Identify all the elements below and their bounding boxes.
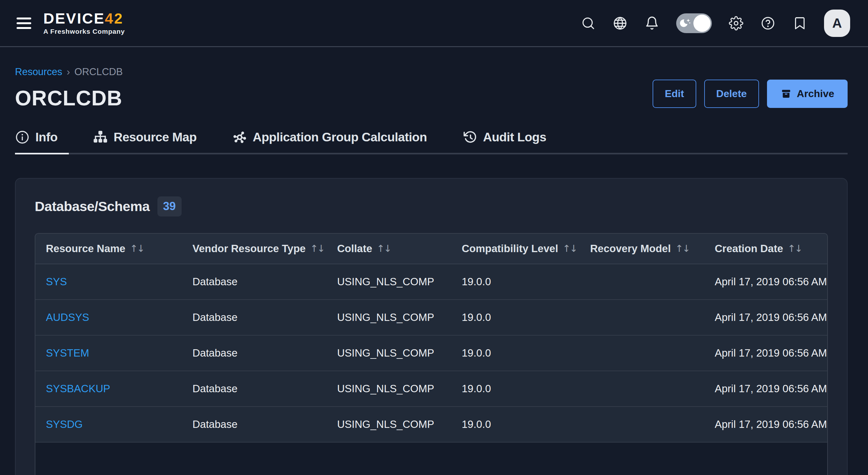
page-header: Resources › ORCLCDB ORCLCDB Edit Delete …	[15, 66, 847, 110]
count-badge: 39	[157, 197, 182, 216]
navbar-actions: A	[581, 9, 850, 37]
tab-audit-logs-label: Audit Logs	[483, 130, 547, 144]
resource-name-link[interactable]: SYSBACKUP	[46, 383, 110, 395]
toggle-knob	[693, 15, 711, 32]
history-icon	[463, 130, 477, 144]
brand-text: DEVICE	[43, 10, 105, 27]
column-header-label: Vendor Resource Type	[192, 243, 306, 255]
next-row-clipped	[35, 443, 827, 475]
resource-name-link[interactable]: SYSDG	[46, 418, 83, 430]
vendor-resource-type-cell: Database	[182, 418, 327, 431]
creation-date-cell: April 17, 2019 06:56 AM	[704, 418, 827, 431]
database-schema-card: Database/Schema 39 Resource Name↑↓ Vendo…	[15, 178, 847, 475]
card-header: Database/Schema 39	[35, 197, 828, 216]
search-icon[interactable]	[581, 15, 596, 31]
column-header-label: Collate	[337, 243, 372, 255]
vendor-resource-type-cell: Database	[182, 347, 327, 359]
table-row: SYSTEM Database USING_NLS_COMP 19.0.0 Ap…	[35, 336, 827, 371]
hamburger-menu-icon[interactable]	[16, 15, 32, 31]
table-row: SYSDG Database USING_NLS_COMP 19.0.0 Apr…	[35, 407, 827, 443]
breadcrumb-separator: ›	[67, 66, 70, 78]
moon-stars-icon	[680, 17, 692, 29]
column-header-recovery-model[interactable]: Recovery Model↑↓	[580, 243, 704, 255]
database-table: Resource Name↑↓ Vendor Resource Type↑↓ C…	[35, 233, 828, 475]
tab-info[interactable]: Info	[15, 130, 69, 155]
column-header-resource-name[interactable]: Resource Name↑↓	[35, 243, 182, 255]
tab-info-label: Info	[35, 130, 57, 144]
column-header-label: Recovery Model	[590, 243, 671, 255]
resource-name-link[interactable]: SYSTEM	[46, 347, 89, 359]
compatibility-level-cell: 19.0.0	[451, 276, 580, 288]
vendor-resource-type-cell: Database	[182, 311, 327, 324]
collate-cell: USING_NLS_COMP	[327, 276, 451, 288]
creation-date-cell: April 17, 2019 06:56 AM	[704, 311, 827, 324]
top-navbar: DEVICE42 A Freshworks Company	[0, 0, 868, 47]
card-title: Database/Schema	[35, 199, 150, 214]
sort-icon[interactable]: ↑↓	[675, 243, 689, 254]
resource-name-link[interactable]: AUDSYS	[46, 311, 89, 323]
vendor-resource-type-cell: Database	[182, 383, 327, 395]
compatibility-level-cell: 19.0.0	[451, 383, 580, 395]
compatibility-level-cell: 19.0.0	[451, 311, 580, 324]
delete-button[interactable]: Delete	[704, 79, 759, 108]
main-content: Resources › ORCLCDB ORCLCDB Edit Delete …	[0, 47, 868, 475]
sort-icon[interactable]: ↑↓	[377, 243, 391, 254]
table-header-row: Resource Name↑↓ Vendor Resource Type↑↓ C…	[35, 234, 827, 264]
collate-cell: USING_NLS_COMP	[327, 383, 451, 395]
breadcrumb-resources-link[interactable]: Resources	[15, 66, 62, 78]
compatibility-level-cell: 19.0.0	[451, 418, 580, 431]
page-title: ORCLCDB	[15, 86, 123, 110]
breadcrumb-current: ORCLCDB	[74, 66, 123, 78]
tab-resource-map-label: Resource Map	[114, 130, 196, 144]
gear-icon[interactable]	[728, 15, 744, 31]
collate-cell: USING_NLS_COMP	[327, 347, 451, 359]
brand-accent-text: 42	[105, 10, 123, 27]
sort-icon[interactable]: ↑↓	[788, 243, 802, 254]
column-header-label: Resource Name	[46, 243, 125, 255]
globe-icon[interactable]	[613, 15, 628, 31]
creation-date-cell: April 17, 2019 06:56 AM	[704, 276, 827, 288]
table-row: SYS Database USING_NLS_COMP 19.0.0 April…	[35, 264, 827, 300]
dark-mode-toggle[interactable]	[676, 13, 712, 33]
column-header-compatibility-level[interactable]: Compatibility Level↑↓	[451, 243, 580, 255]
bell-icon[interactable]	[644, 15, 660, 31]
column-header-collate[interactable]: Collate↑↓	[327, 243, 451, 255]
tab-resource-map[interactable]: Resource Map	[93, 130, 208, 155]
breadcrumb: Resources › ORCLCDB	[15, 66, 123, 78]
archive-button[interactable]: Archive	[767, 79, 847, 108]
cluster-icon	[232, 130, 247, 144]
tab-application-group-calculation[interactable]: Application Group Calculation	[232, 130, 438, 155]
sort-icon[interactable]: ↑↓	[563, 243, 577, 254]
brand-subtitle: A Freshworks Company	[43, 28, 125, 35]
avatar[interactable]: A	[824, 9, 850, 37]
tab-bar: Info Resource Map	[15, 130, 847, 155]
page-actions: Edit Delete Archive	[653, 79, 847, 108]
archive-icon	[780, 88, 792, 100]
column-header-label: Creation Date	[715, 243, 783, 255]
sitemap-icon	[93, 130, 108, 144]
column-header-creation-date[interactable]: Creation Date↑↓	[704, 243, 827, 255]
sort-icon[interactable]: ↑↓	[310, 243, 324, 254]
collate-cell: USING_NLS_COMP	[327, 418, 451, 431]
collate-cell: USING_NLS_COMP	[327, 311, 451, 324]
column-header-label: Compatibility Level	[462, 243, 558, 255]
edit-button[interactable]: Edit	[653, 79, 696, 108]
resource-name-link[interactable]: SYS	[46, 276, 67, 287]
tab-audit-logs[interactable]: Audit Logs	[463, 130, 558, 155]
help-icon[interactable]	[760, 15, 776, 31]
archive-button-label: Archive	[797, 88, 834, 100]
creation-date-cell: April 17, 2019 06:56 AM	[704, 383, 827, 395]
table-row: SYSBACKUP Database USING_NLS_COMP 19.0.0…	[35, 371, 827, 407]
compatibility-level-cell: 19.0.0	[451, 347, 580, 359]
vendor-resource-type-cell: Database	[182, 276, 327, 288]
info-icon	[15, 130, 30, 144]
column-header-vendor-resource-type[interactable]: Vendor Resource Type↑↓	[182, 243, 327, 255]
sort-icon[interactable]: ↑↓	[130, 243, 144, 254]
bookmark-icon[interactable]	[792, 15, 807, 31]
table-body: SYS Database USING_NLS_COMP 19.0.0 April…	[35, 264, 827, 443]
creation-date-cell: April 17, 2019 06:56 AM	[704, 347, 827, 359]
brand-logo[interactable]: DEVICE42 A Freshworks Company	[43, 11, 125, 35]
tab-application-group-calculation-label: Application Group Calculation	[253, 130, 427, 144]
table-row: AUDSYS Database USING_NLS_COMP 19.0.0 Ap…	[35, 300, 827, 336]
